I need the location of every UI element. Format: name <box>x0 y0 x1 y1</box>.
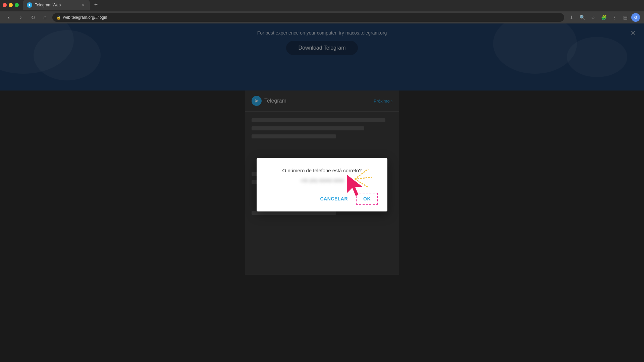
dialog-question-text: O número de telefone está correto? <box>266 168 378 173</box>
tab-bar: Telegram Web × + <box>0 0 644 11</box>
lock-icon: 🔒 <box>56 15 61 20</box>
ok-button[interactable]: OK <box>356 193 378 205</box>
browser-chrome: Telegram Web × + ‹ › ↻ ⌂ 🔒 web.telegram.… <box>0 0 644 23</box>
nav-actions: ⬇ 🔍 ☆ 🧩 ⋮ ▤ G <box>567 13 640 22</box>
forward-button[interactable]: › <box>16 13 25 22</box>
dialog-phone-number: +55 (00) 00000-0000 <box>266 178 378 183</box>
profile-avatar[interactable]: G <box>631 13 640 22</box>
more-tools-icon[interactable]: ⋮ <box>610 13 619 22</box>
address-text: web.telegram.org/#/login <box>63 15 107 20</box>
close-window-button[interactable] <box>3 3 7 7</box>
tab-favicon-icon <box>27 2 32 8</box>
fullscreen-window-button[interactable] <box>15 3 19 7</box>
bookmark-icon[interactable]: ☆ <box>588 13 598 22</box>
confirmation-dialog: O número de telefone está correto? +55 (… <box>257 158 387 212</box>
traffic-lights <box>3 3 19 7</box>
minimize-window-button[interactable] <box>9 3 13 7</box>
new-tab-button[interactable]: + <box>91 0 101 9</box>
cancel-button[interactable]: CANCELAR <box>315 193 353 204</box>
svg-marker-0 <box>29 4 31 6</box>
page-wrapper: ✕ For best experience on your computer, … <box>0 23 644 362</box>
dialog-positioner: O número de telefone está correto? +55 (… <box>257 158 387 212</box>
search-icon[interactable]: 🔍 <box>578 13 587 22</box>
reload-button[interactable]: ↻ <box>28 13 38 22</box>
dialog-actions: CANCELAR OK <box>266 193 378 205</box>
extensions-icon[interactable]: 🧩 <box>599 13 608 22</box>
nav-bar: ‹ › ↻ ⌂ 🔒 web.telegram.org/#/login ⬇ 🔍 ☆… <box>0 11 644 23</box>
active-tab[interactable]: Telegram Web × <box>23 0 90 10</box>
download-icon[interactable]: ⬇ <box>567 13 576 22</box>
back-button[interactable]: ‹ <box>4 13 13 22</box>
tab-close-button[interactable]: × <box>80 2 86 8</box>
home-button[interactable]: ⌂ <box>40 13 50 22</box>
address-bar[interactable]: 🔒 web.telegram.org/#/login <box>52 13 564 22</box>
sidebar-icon[interactable]: ▤ <box>621 13 630 22</box>
tab-title: Telegram Web <box>35 3 78 7</box>
